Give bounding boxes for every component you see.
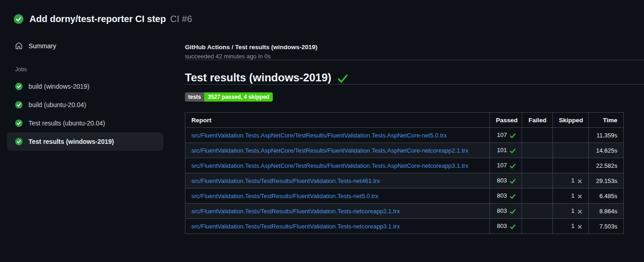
table-row: src/FluentValidation.Tests.AspNetCore/Te… [185,128,624,143]
skipped-cross-icon [577,193,582,199]
job-label: Test results (windows-2019) [29,138,114,145]
report-link[interactable]: src/FluentValidation.Tests/TestResults/F… [191,208,400,215]
skipped-cell: 1 [553,204,589,219]
passed-count: 803 [497,207,507,214]
failed-cell [522,204,553,219]
run-number: CI #6 [170,14,192,24]
table-row: src/FluentValidation.Tests/TestResults/F… [185,219,624,234]
passed-check-icon [510,223,516,230]
page-layout: Summary Jobs build (windows-2019) build … [0,24,644,234]
time-value: 6.485s [589,188,624,204]
time-value: 14.625s [589,143,624,158]
passed-count: 101 [497,147,507,154]
sidebar: Summary Jobs build (windows-2019) build … [0,24,184,151]
skipped-cell: 1 [553,219,589,234]
skipped-count: 1 [571,192,575,199]
skipped-count: 1 [571,222,575,229]
passed-check-icon [510,147,516,154]
main-content: GitHub Actions / Test results (windows-2… [184,24,644,234]
report-link[interactable]: src/FluentValidation.Tests/TestResults/F… [191,193,378,199]
sidebar-item-job[interactable]: Test results (windows-2019) [7,132,163,151]
passed-cell: 803 [490,173,522,188]
time-value: 7.503s [589,219,624,234]
passed-count: 107 [497,131,507,138]
jobs-list: build (windows-2019) build (ubuntu-20.04… [7,77,163,151]
skipped-cell [553,158,589,173]
tests-badge-value: 3527 passed, 4 skipped [204,92,273,102]
skipped-cell [553,143,589,158]
run-title: Add dorny/test-reporter CI step [29,14,166,24]
report-link[interactable]: src/FluentValidation.Tests.AspNetCore/Te… [191,132,447,139]
passed-check-icon [510,208,516,215]
table-row: src/FluentValidation.Tests/TestResults/F… [185,188,624,204]
passed-cell: 803 [490,188,522,204]
passed-cell: 803 [490,204,522,219]
time-value: 29.153s [589,173,624,188]
sidebar-item-job[interactable]: build (ubuntu-20.04) [7,96,163,114]
failed-cell [522,158,553,173]
skipped-cross-icon [577,223,582,230]
check-circle-icon [15,83,23,90]
column-header-skipped: Skipped [553,113,589,128]
run-success-check-circle-icon [14,14,23,24]
skipped-cell: 1 [553,188,589,204]
passed-count: 107 [497,162,507,169]
test-results-table: ReportPassedFailedSkippedTime src/Fluent… [185,112,624,234]
table-row: src/FluentValidation.Tests.AspNetCore/Te… [185,158,624,173]
tests-badge: tests 3527 passed, 4 skipped [185,92,273,102]
home-icon [15,42,23,50]
skipped-cross-icon [577,177,582,184]
sidebar-item-job[interactable]: build (windows-2019) [7,77,163,96]
table-row: src/FluentValidation.Tests.AspNetCore/Te… [185,143,624,158]
failed-cell [522,173,553,188]
passed-count: 803 [497,192,507,199]
column-header-passed: Passed [490,113,522,128]
skipped-cross-icon [577,208,582,215]
passed-check-icon [510,193,516,199]
passed-cell: 107 [490,128,522,143]
check-circle-icon [15,138,23,145]
check-circle-icon [15,101,23,108]
divider [185,84,644,85]
section-heading: Test results (windows-2019) [185,71,644,84]
passed-cell: 101 [490,143,522,158]
passed-check-icon [510,162,516,169]
job-label: build (ubuntu-20.04) [29,101,86,108]
table-row: src/FluentValidation.Tests/TestResults/F… [185,204,624,219]
report-link[interactable]: src/FluentValidation.Tests/TestResults/F… [191,223,400,230]
passed-count: 803 [497,222,507,229]
check-run-title: GitHub Actions / Test results (windows-2… [185,44,644,51]
table-header-row: ReportPassedFailedSkippedTime [185,113,624,128]
job-label: Test results (ubuntu-20.04) [29,120,105,127]
check-run-status: succeeded 42 minutes ago in 0s [185,53,644,60]
report-link[interactable]: src/FluentValidation.Tests.AspNetCore/Te… [191,162,468,169]
column-header-time: Time [589,113,624,128]
report-link[interactable]: src/FluentValidation.Tests/TestResults/F… [191,177,380,184]
failed-cell [522,143,553,158]
sidebar-item-summary[interactable]: Summary [7,40,163,52]
column-header-report: Report [185,113,490,128]
success-check-icon [337,74,348,83]
check-circle-icon [15,120,23,127]
passed-count: 803 [497,177,507,184]
section-title: Test results (windows-2019) [185,71,331,84]
failed-cell [522,188,553,204]
summary-label: Summary [29,42,56,50]
job-label: build (windows-2019) [29,83,89,90]
sidebar-item-job[interactable]: Test results (ubuntu-20.04) [7,114,163,132]
tests-badge-label: tests [185,92,204,102]
report-link[interactable]: src/FluentValidation.Tests.AspNetCore/Te… [191,147,468,154]
column-header-failed: Failed [522,113,553,128]
passed-cell: 107 [490,158,522,173]
jobs-section-label: Jobs [15,66,184,73]
time-value: 11.359s [589,128,624,143]
skipped-cell: 1 [553,173,589,188]
passed-check-icon [510,132,516,139]
failed-cell [522,128,553,143]
failed-cell [522,219,553,234]
skipped-count: 1 [571,207,575,214]
passed-check-icon [510,177,516,184]
time-value: 22.582s [589,158,624,173]
table-row: src/FluentValidation.Tests/TestResults/F… [185,173,624,188]
skipped-count: 1 [571,177,575,184]
